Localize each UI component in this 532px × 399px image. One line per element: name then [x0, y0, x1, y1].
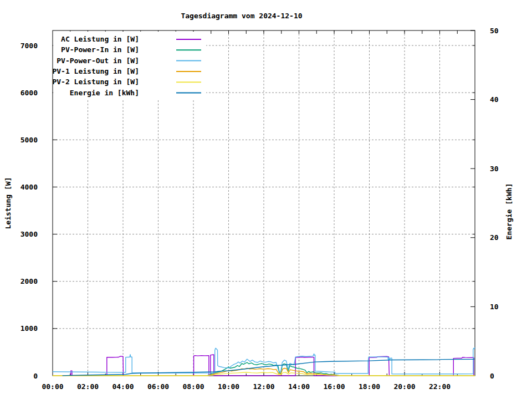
legend-label: PV-1 Leistung in [W]: [52, 67, 139, 75]
x-tick-label: 00:00: [42, 382, 63, 391]
left-tick-label: 6000: [21, 89, 38, 97]
legend-label: Energie in [kWh]: [70, 89, 139, 97]
x-tick-label: 14:00: [288, 382, 310, 391]
x-tick-label: 16:00: [323, 382, 345, 391]
left-tick-label: 2000: [21, 277, 38, 285]
x-tick-label: 04:00: [112, 382, 134, 391]
x-tick-label: 22:00: [429, 382, 451, 391]
left-tick-label: 3000: [21, 230, 38, 238]
right-tick-label: 10: [490, 303, 499, 311]
legend: AC Leistung in [W]PV-Power-In in [W]PV-P…: [52, 32, 206, 99]
left-tick-label: 5000: [21, 136, 38, 144]
legend-label: AC Leistung in [W]: [61, 35, 139, 43]
legend-label: PV-Power-In in [W]: [61, 45, 139, 54]
chart-title: Tagesdiagramm vom 2024-12-10: [0, 12, 483, 20]
right-tick-label: 40: [490, 95, 499, 104]
tagesdiagramm-chart: Tagesdiagramm vom 2024-12-10 Leistung [W…: [0, 0, 532, 399]
x-tick-label: 12:00: [253, 382, 274, 391]
x-tick-label: 08:00: [182, 382, 204, 391]
x-tick-label: 20:00: [393, 382, 415, 391]
legend-label: PV-2 Leistung in [W]: [52, 78, 139, 86]
left-axis-label: Leistung [W]: [4, 148, 12, 259]
legend-label: PV-Power-Out in [W]: [57, 57, 139, 65]
left-tick-label: 7000: [21, 42, 38, 50]
plot-canvas: 0100020003000400050006000700001020304050…: [0, 0, 532, 399]
left-tick-label: 0: [33, 372, 38, 380]
x-tick-label: 10:00: [218, 382, 239, 391]
left-tick-label: 1000: [21, 324, 38, 332]
x-tick-label: 18:00: [359, 382, 380, 391]
left-tick-label: 4000: [21, 183, 38, 191]
x-tick-label: 02:00: [77, 382, 99, 391]
right-tick-label: 20: [490, 233, 499, 242]
right-tick-label: 0: [490, 372, 494, 380]
right-tick-label: 50: [490, 27, 499, 35]
x-tick-label: 06:00: [147, 382, 169, 391]
right-axis-label: Energie [kWh]: [505, 156, 513, 267]
right-tick-label: 30: [490, 165, 499, 173]
